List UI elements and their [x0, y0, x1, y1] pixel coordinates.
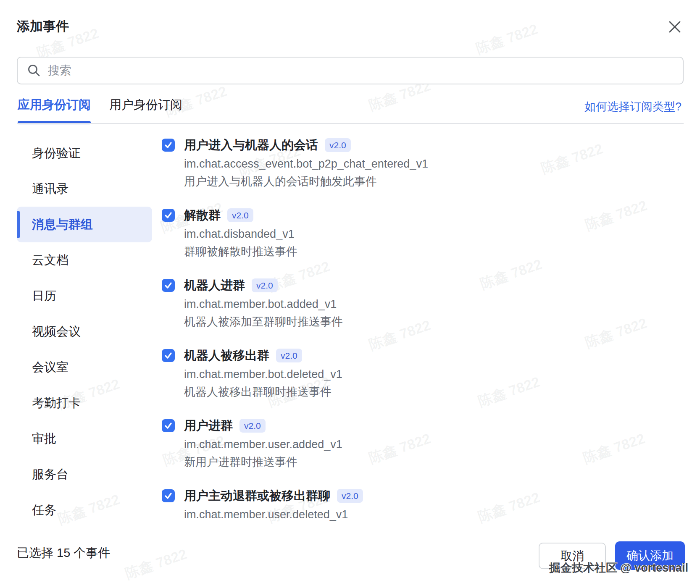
event-description: 群聊被解散时推送事件 — [184, 245, 297, 258]
event-body: 机器人被移出群 v2.0 im.chat.member.bot.deleted_… — [184, 348, 342, 398]
event-head: 用户进群 v2.0 — [184, 418, 342, 433]
event-description: 新用户进群时推送事件 — [184, 456, 342, 468]
event-description: 机器人被添加至群聊时推送事件 — [184, 315, 343, 328]
sidebar-item[interactable]: 任务 — [17, 492, 152, 528]
event-version-badge: v2.0 — [325, 138, 351, 152]
event-code: im.chat.member.user.added_v1 — [184, 438, 342, 451]
sidebar-item-label: 消息与群组 — [32, 216, 93, 233]
event-head: 用户进入与机器人的会话 v2.0 — [184, 138, 428, 152]
event-row: 机器人被移出群 v2.0 im.chat.member.bot.deleted_… — [162, 348, 582, 398]
event-row: 解散群 v2.0 im.chat.disbanded_v1 群聊被解散时推送事件 — [162, 208, 582, 258]
check-icon — [164, 281, 173, 290]
diagonal-watermark: 陈鑫 7822 — [583, 313, 650, 352]
sidebar-item-label: 通讯录 — [32, 181, 68, 197]
sidebar-item-label: 审批 — [32, 430, 56, 447]
sidebar-item[interactable]: 通讯录 — [17, 171, 152, 207]
event-row: 用户进群 v2.0 im.chat.member.user.added_v1 新… — [162, 418, 582, 468]
event-title: 用户进群 — [184, 418, 233, 433]
event-code: im.chat.access_event.bot_p2p_chat_entere… — [184, 158, 428, 170]
event-head: 解散群 v2.0 — [184, 208, 297, 222]
check-icon — [164, 141, 173, 150]
event-version-badge: v2.0 — [227, 208, 253, 222]
category-sidebar: 身份验证 通讯录 消息与群组 云文档 日历 视频会议 会议室 考勤打卡 审批 服… — [17, 135, 152, 528]
sidebar-item[interactable]: 身份验证 — [17, 135, 152, 171]
event-body: 用户主动退群或被移出群聊 v2.0 im.chat.member.user.de… — [184, 488, 363, 521]
tab-bar: 应用身份订阅 用户身份订阅 — [18, 97, 182, 124]
event-description: 机器人被移出群聊时推送事件 — [184, 386, 342, 398]
event-list: 用户进入与机器人的会话 v2.0 im.chat.access_event.bo… — [162, 138, 582, 521]
event-head: 机器人进群 v2.0 — [184, 278, 343, 292]
event-checkbox[interactable] — [162, 349, 175, 362]
selected-count: 已选择 15 个事件 — [17, 545, 110, 562]
check-icon — [164, 421, 173, 430]
event-checkbox[interactable] — [162, 139, 175, 152]
sidebar-item-label: 考勤打卡 — [32, 395, 81, 412]
event-title: 机器人进群 — [184, 278, 245, 292]
event-description: 用户进入与机器人的会话时触发此事件 — [184, 175, 428, 188]
cancel-button[interactable]: 取消 — [539, 543, 606, 569]
close-icon — [668, 20, 682, 34]
event-head: 机器人被移出群 v2.0 — [184, 348, 342, 362]
sidebar-item-label: 任务 — [32, 502, 56, 519]
event-title: 机器人被移出群 — [184, 348, 269, 362]
tab-app-subscription[interactable]: 应用身份订阅 — [18, 97, 91, 124]
sidebar-item[interactable]: 服务台 — [17, 457, 152, 492]
event-version-badge: v2.0 — [252, 278, 278, 292]
sidebar-item-label: 日历 — [32, 288, 56, 304]
add-event-dialog: 陈鑫 7822陈鑫 7822陈鑫 7822陈鑫 7822陈鑫 7822陈鑫 78… — [0, 0, 700, 588]
event-body: 解散群 v2.0 im.chat.disbanded_v1 群聊被解散时推送事件 — [184, 208, 297, 258]
event-code: im.chat.member.bot.added_v1 — [184, 298, 343, 310]
sidebar-item[interactable]: 考勤打卡 — [17, 385, 152, 421]
check-icon — [164, 351, 173, 360]
check-icon — [164, 211, 173, 220]
event-code: im.chat.disbanded_v1 — [184, 228, 297, 240]
event-row: 机器人进群 v2.0 im.chat.member.bot.added_v1 机… — [162, 278, 582, 328]
sidebar-item[interactable]: 视频会议 — [17, 314, 152, 349]
close-button[interactable] — [666, 18, 683, 35]
sidebar-item[interactable]: 云文档 — [17, 242, 152, 278]
event-version-badge: v2.0 — [337, 489, 363, 503]
confirm-add-button[interactable]: 确认添加 — [615, 541, 685, 570]
event-body: 用户进群 v2.0 im.chat.member.user.added_v1 新… — [184, 418, 342, 468]
help-link[interactable]: 如何选择订阅类型? — [584, 99, 682, 114]
search-box — [17, 57, 684, 84]
event-checkbox[interactable] — [162, 489, 175, 502]
tab-divider — [17, 123, 684, 124]
event-code: im.chat.member.user.deleted_v1 — [184, 508, 363, 521]
sidebar-item[interactable]: 审批 — [17, 421, 152, 457]
event-row: 用户进入与机器人的会话 v2.0 im.chat.access_event.bo… — [162, 138, 582, 188]
event-title: 用户进入与机器人的会话 — [184, 138, 318, 152]
sidebar-item[interactable]: 消息与群组 — [17, 207, 152, 242]
tab-label: 应用身份订阅 — [18, 98, 91, 111]
check-icon — [164, 491, 173, 500]
event-body: 用户进入与机器人的会话 v2.0 im.chat.access_event.bo… — [184, 138, 428, 188]
search-icon — [27, 63, 41, 78]
sidebar-item-label: 云文档 — [32, 252, 68, 269]
event-body: 机器人进群 v2.0 im.chat.member.bot.added_v1 机… — [184, 278, 343, 328]
event-title: 解散群 — [184, 208, 221, 222]
event-code: im.chat.member.bot.deleted_v1 — [184, 368, 342, 381]
event-checkbox[interactable] — [162, 279, 175, 292]
event-head: 用户主动退群或被移出群聊 v2.0 — [184, 488, 363, 503]
sidebar-item-label: 视频会议 — [32, 323, 81, 340]
search-input[interactable] — [41, 64, 683, 77]
sidebar-item-label: 服务台 — [32, 466, 68, 483]
sidebar-item[interactable]: 会议室 — [17, 349, 152, 385]
event-title: 用户主动退群或被移出群聊 — [184, 488, 330, 503]
sidebar-item-label: 身份验证 — [32, 145, 81, 162]
sidebar-item-label: 会议室 — [32, 359, 68, 376]
diagonal-watermark: 陈鑫 7822 — [583, 196, 650, 235]
tab-label: 用户身份订阅 — [109, 98, 182, 111]
sidebar-item[interactable]: 日历 — [17, 278, 152, 314]
diagonal-watermark: 陈鑫 7822 — [474, 19, 541, 58]
dialog-title: 添加事件 — [17, 18, 69, 35]
diagonal-watermark: 陈鑫 7822 — [123, 544, 190, 583]
event-version-badge: v2.0 — [276, 349, 302, 362]
event-version-badge: v2.0 — [239, 419, 266, 433]
event-checkbox[interactable] — [162, 209, 175, 222]
tab-user-subscription[interactable]: 用户身份订阅 — [109, 97, 182, 124]
diagonal-watermark: 陈鑫 7822 — [581, 429, 648, 468]
event-checkbox[interactable] — [162, 419, 175, 432]
event-row: 用户主动退群或被移出群聊 v2.0 im.chat.member.user.de… — [162, 488, 582, 521]
